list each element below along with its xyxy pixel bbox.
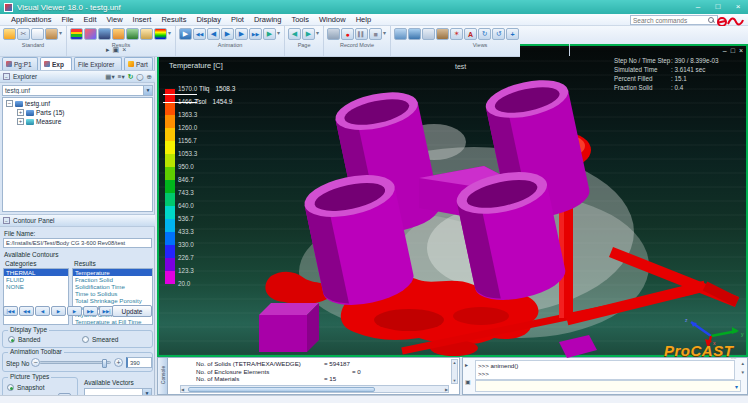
toolbar-overflow-icon[interactable]: ▾ [277,29,280,36]
paste-icon[interactable] [45,28,58,40]
player-first-icon[interactable] [3,306,18,316]
file-name-input[interactable]: E:/Installs/ESI/Test/Body CG 3-600 Rev08… [3,238,152,248]
minimize-icon[interactable]: – [723,47,727,55]
tab-part[interactable]: Part [124,57,153,70]
result-solidification-time[interactable]: Solidification Time [73,283,152,290]
player-fast-back-icon[interactable] [19,306,34,316]
result-fraction-solid[interactable]: Fraction Solid [73,276,152,283]
prev-page-icon[interactable] [288,28,301,40]
python-console-scrollbar[interactable]: ▲▼ [741,361,745,375]
player-fast-forward-icon[interactable] [83,306,98,316]
tree-item-parts[interactable]: + Parts (15) [3,107,152,116]
contour-icon[interactable] [70,28,83,40]
maximize-pane-icon[interactable]: ▣ [113,46,120,54]
run-script-icon[interactable]: ▸ [465,361,471,368]
menu-drawing[interactable]: Drawing [249,15,287,24]
menu-plot[interactable]: Plot [226,15,249,24]
python-console-output[interactable]: >>> animend()>>> [475,360,735,380]
copy-icon[interactable] [31,28,44,40]
toolbar-overflow-icon[interactable]: ▾ [168,29,171,36]
filter-icon[interactable]: ▦▾ [105,73,114,81]
toolbar-overflow-icon[interactable]: ▾ [316,29,319,36]
model-file-combo[interactable]: testg.unf ▼ [2,85,153,96]
result-temperature[interactable]: Temperature [73,269,152,276]
close-icon[interactable]: × [732,2,744,12]
player-play-icon[interactable] [51,306,66,316]
radio-smeared[interactable]: Smeared [82,336,118,343]
tree-item-measure[interactable]: + Measure [3,116,152,125]
movie-camera-icon[interactable] [327,28,340,40]
menu-insert[interactable]: Insert [128,15,157,24]
scroll-up-icon[interactable]: ▲ [741,361,745,366]
edit-legend-icon[interactable] [154,28,167,40]
refresh-icon[interactable]: ↻ [128,73,133,81]
play-icon[interactable] [221,28,234,40]
lasso-icon[interactable]: ◯ [136,73,143,81]
category-fluid[interactable]: FLUID [4,276,68,283]
pan-view-icon[interactable] [506,28,519,40]
rotate-view-icon[interactable] [478,28,491,40]
smooth-view-icon[interactable] [408,28,421,40]
expand-node-icon[interactable]: + [17,109,24,116]
menu-results[interactable]: Results [156,15,191,24]
menu-applications[interactable]: Applications [6,15,56,24]
scroll-down-icon[interactable]: ▼ [453,378,457,383]
tab-pg-p1[interactable]: Pg:P1 [2,57,38,70]
update-button[interactable]: Update [112,305,152,317]
sort-icon[interactable]: ≡▾ [118,73,125,81]
last-frame-icon[interactable] [249,28,262,40]
shaded-view-icon[interactable] [394,28,407,40]
hidden-line-view-icon[interactable] [422,28,435,40]
perspective-view-icon[interactable] [436,28,449,40]
scroll-down-icon[interactable]: ▼ [741,370,745,375]
menu-tools[interactable]: Tools [286,15,314,24]
collapse-icon[interactable]: − [3,73,10,80]
next-frame-icon[interactable] [235,28,248,40]
toolbar-overflow-icon[interactable]: ▾ [59,29,62,36]
result-time-to-solidus[interactable]: Time to Solidus [73,290,152,297]
menu-window[interactable]: Window [314,15,351,24]
toolbar-overflow-icon[interactable]: ▾ [383,29,386,36]
radio-snapshot[interactable]: Snapshot [7,384,44,391]
category-thermal[interactable]: THERMAL [4,269,68,276]
scroll-left-icon[interactable]: ◀ [181,387,184,392]
result-total-shrinkage-porosity[interactable]: Total Shrinkage Porosity [73,297,152,304]
viewport-3d[interactable]: – □ × test Temperature [C] 1570.01466.71… [157,44,748,357]
menu-help[interactable]: Help [351,15,376,24]
scroll-up-icon[interactable]: ▲ [453,360,457,365]
step-slider-thumb[interactable] [102,359,107,368]
prev-frame-icon[interactable] [207,28,220,40]
player-step-back-icon[interactable] [35,306,50,316]
maximize-icon[interactable]: □ [712,2,724,12]
tab-explorer[interactable]: Exp [40,57,72,70]
console-output[interactable]: No. of Solids (TETRA/HEXA/WEDGE)= 594187… [168,358,459,394]
category-none[interactable]: NONE [4,283,68,290]
record-icon[interactable] [341,28,354,40]
next-page-icon[interactable] [302,28,315,40]
expand-node-icon[interactable]: + [17,118,24,125]
console-vertical-scrollbar[interactable]: ▲▼ [451,359,458,384]
player-step-forward-icon[interactable] [67,306,82,316]
menu-view[interactable]: View [101,15,127,24]
step-value-input[interactable]: 390 [126,357,152,368]
console-tab[interactable]: Console [158,358,168,394]
cut-icon[interactable] [17,28,30,40]
menu-edit[interactable]: Edit [79,15,102,24]
spin-view-icon[interactable] [492,28,505,40]
tab-file-explorer[interactable]: File Explorer [74,57,122,70]
search-input[interactable] [631,17,707,24]
first-frame-icon[interactable] [193,28,206,40]
close-pane-icon[interactable]: × [122,46,126,54]
float-pane-icon[interactable]: ▸ [106,46,110,54]
history-icon[interactable]: ▣ [465,378,471,385]
search-icon[interactable] [707,16,715,24]
iso-surface-icon[interactable] [98,28,111,40]
step-plus-icon[interactable]: + [114,358,123,367]
scrollbar-thumb[interactable] [188,387,375,392]
section-cut-icon[interactable] [112,28,125,40]
collapse-node-icon[interactable]: − [6,100,13,107]
minimize-icon[interactable]: – [692,2,704,12]
step-slider[interactable] [39,361,111,364]
radio-banded[interactable]: Banded [8,336,40,343]
console-horizontal-scrollbar[interactable]: ◀▶ [180,385,449,393]
